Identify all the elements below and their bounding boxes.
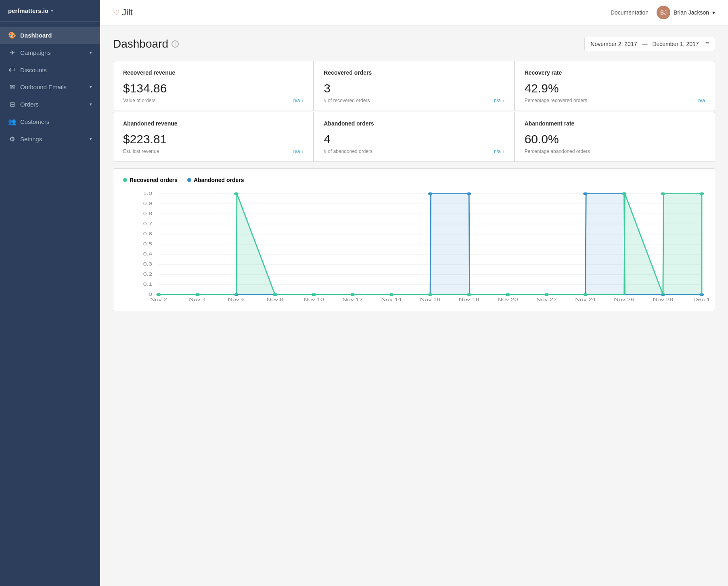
svg-text:Nov 28: Nov 28 <box>653 297 673 302</box>
chevron-down-icon: ▾ <box>90 84 92 90</box>
svg-point-61 <box>428 293 432 296</box>
sidebar-item-campaigns[interactable]: ✈ Campaigns ▾ <box>0 44 100 61</box>
stat-compare: n/a ↑ <box>293 98 304 103</box>
sidebar-brand[interactable]: perfmatters.io ▾ <box>0 0 100 22</box>
stat-footer: Percentage recovered orders n/a <box>525 98 705 103</box>
stat-sub-label: Est. lost revenue <box>123 149 159 154</box>
svg-point-60 <box>389 293 393 296</box>
orders-icon: ⊟ <box>8 100 16 108</box>
date-from: November 2, 2017 <box>590 41 637 47</box>
svg-text:Nov 2: Nov 2 <box>150 297 167 302</box>
svg-text:Dec 1: Dec 1 <box>693 297 710 302</box>
stat-footer: Est. lost revenue n/a ↑ <box>123 149 303 154</box>
stat-label: Recovered revenue <box>123 69 303 76</box>
settings-icon: ⚙ <box>8 135 16 143</box>
avatar: BJ <box>657 6 670 19</box>
svg-text:0.6: 0.6 <box>143 232 152 236</box>
discounts-icon: 🏷 <box>8 66 16 73</box>
user-menu[interactable]: BJ Brian Jackson ▾ <box>657 6 715 19</box>
chevron-down-icon: ▾ <box>90 136 92 142</box>
svg-point-59 <box>350 293 355 296</box>
legend-abandoned-label: Abandoned orders <box>194 177 244 183</box>
svg-text:Nov 10: Nov 10 <box>303 297 324 302</box>
topbar: ♡ Jilt Documentation BJ Brian Jackson ▾ <box>100 0 728 25</box>
main-content: ♡ Jilt Documentation BJ Brian Jackson ▾ … <box>100 0 728 586</box>
svg-point-67 <box>661 193 665 195</box>
stat-card-recovered-revenue: Recovered revenue $134.86 Value of order… <box>113 61 313 111</box>
svg-point-66 <box>622 193 626 195</box>
svg-text:Nov 18: Nov 18 <box>459 297 479 302</box>
svg-point-45 <box>428 193 432 195</box>
sidebar-item-orders[interactable]: ⊟ Orders ▾ <box>0 96 100 113</box>
stat-sub-label: Percentage recovered orders <box>525 98 587 103</box>
stat-sub-label: Value of orders <box>123 98 156 103</box>
svg-text:Nov 24: Nov 24 <box>575 297 596 302</box>
svg-text:Nov 4: Nov 4 <box>189 297 206 302</box>
svg-point-49 <box>583 193 588 195</box>
brand-name: perfmatters.io <box>8 7 48 14</box>
stats-row-1: Recovered revenue $134.86 Value of order… <box>113 61 715 111</box>
stat-compare: n/a ↑ <box>494 98 504 103</box>
stat-card-recovery-rate: Recovery rate 42.9% Percentage recovered… <box>515 61 715 111</box>
chart-area: .grid-line { stroke: #e0e0e0; stroke-wid… <box>123 190 705 303</box>
chart-section: Recovered orders Abandoned orders .grid-… <box>113 168 715 311</box>
sidebar-item-label: Customers <box>20 118 50 125</box>
sidebar-item-outbound-emails[interactable]: ✉ Outbound Emails ▾ <box>0 78 100 96</box>
svg-text:0.7: 0.7 <box>143 222 152 226</box>
svg-point-62 <box>467 293 471 296</box>
campaigns-icon: ✈ <box>8 49 16 57</box>
info-icon[interactable]: i <box>172 40 179 48</box>
sidebar-item-dashboard[interactable]: 🎨 Dashboard <box>0 27 100 44</box>
svg-text:0.2: 0.2 <box>143 272 152 276</box>
stat-footer: Value of orders n/a ↑ <box>123 98 303 103</box>
arrow-icon: ↑ <box>502 98 504 103</box>
stat-label: Recovered orders <box>324 69 504 76</box>
svg-point-68 <box>699 193 704 195</box>
app-logo: ♡ Jilt <box>113 7 133 18</box>
page-content: Dashboard i November 2, 2017 — December … <box>100 25 728 322</box>
stat-label: Abandoned revenue <box>123 120 303 127</box>
svg-point-63 <box>506 293 510 296</box>
stat-compare: n/a ↑ <box>494 149 504 154</box>
svg-text:0.3: 0.3 <box>143 262 152 266</box>
svg-point-57 <box>273 293 277 296</box>
stat-value: 3 <box>324 82 504 95</box>
svg-text:0.1: 0.1 <box>143 282 152 287</box>
arrow-icon: ↑ <box>502 149 504 154</box>
abandoned-dot <box>187 178 191 182</box>
legend-recovered: Recovered orders <box>123 177 178 183</box>
sidebar-item-discounts[interactable]: 🏷 Discounts <box>0 61 100 78</box>
sidebar-item-customers[interactable]: 👥 Customers <box>0 113 100 130</box>
sidebar-item-label: Settings <box>20 136 42 142</box>
sidebar-item-label: Orders <box>20 101 39 108</box>
svg-text:0.8: 0.8 <box>143 211 152 216</box>
stat-footer: # of recovered orders n/a ↑ <box>324 98 504 103</box>
svg-text:0.5: 0.5 <box>143 242 152 246</box>
svg-point-55 <box>195 293 200 296</box>
stat-label: Abandonment rate <box>525 120 705 127</box>
svg-text:0: 0 <box>149 292 152 297</box>
date-range-picker[interactable]: November 2, 2017 — December 1, 2017 ≡ <box>584 37 715 51</box>
stat-sub-label: # of abandoned orders <box>324 149 372 154</box>
svg-text:Nov 6: Nov 6 <box>228 297 245 302</box>
stat-compare: n/a <box>698 98 705 103</box>
svg-text:0.4: 0.4 <box>143 252 153 256</box>
documentation-link[interactable]: Documentation <box>611 9 649 16</box>
svg-text:0.9: 0.9 <box>143 201 152 206</box>
brand-chevron: ▾ <box>51 8 53 13</box>
stat-card-abandoned-orders: Abandoned orders 4 # of abandoned orders… <box>314 112 514 161</box>
sidebar-item-label: Campaigns <box>20 49 51 56</box>
email-icon: ✉ <box>8 83 16 91</box>
line-chart: .grid-line { stroke: #e0e0e0; stroke-wid… <box>123 190 705 303</box>
user-name: Brian Jackson <box>674 9 709 16</box>
dashboard-icon: 🎨 <box>8 31 16 39</box>
svg-text:Nov 22: Nov 22 <box>536 297 557 302</box>
chart-legend: Recovered orders Abandoned orders <box>123 177 705 183</box>
sidebar-item-settings[interactable]: ⚙ Settings ▾ <box>0 130 100 148</box>
sidebar-item-label: Dashboard <box>20 32 52 39</box>
sidebar-item-label: Outbound Emails <box>20 84 67 90</box>
date-to: December 1, 2017 <box>652 41 699 47</box>
chevron-down-icon: ▾ <box>90 102 92 107</box>
heart-icon: ♡ <box>113 8 119 17</box>
stat-value: $223.81 <box>123 132 303 146</box>
